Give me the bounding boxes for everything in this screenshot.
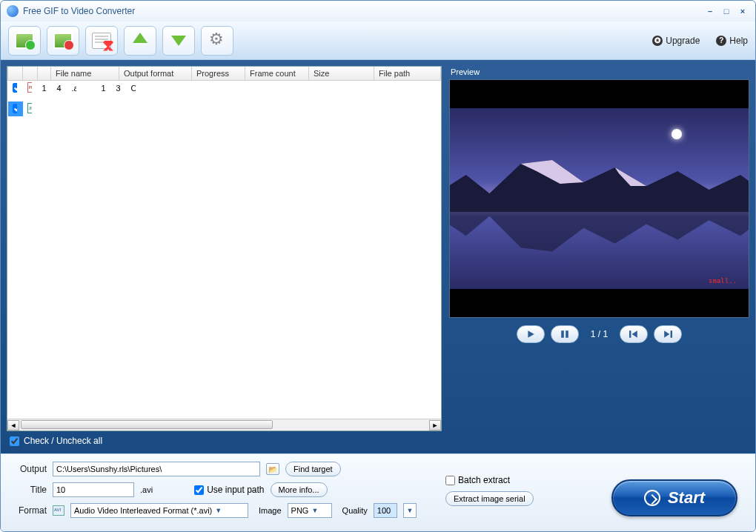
preview-title: Preview (449, 66, 749, 79)
cell-outputformat: .avi (67, 82, 76, 94)
scroll-right-arrow[interactable]: ► (429, 420, 441, 430)
help-link[interactable]: ?Help (716, 36, 748, 46)
preview-panel: Preview small.. 1 / 1 (449, 66, 749, 448)
output-label: Output (10, 464, 47, 474)
row-number: 2 (38, 103, 47, 115)
check-all[interactable]: Check / Uncheck all (7, 431, 442, 448)
title-input[interactable] (53, 482, 134, 497)
scroll-thumb[interactable] (21, 420, 273, 429)
col-framecount[interactable]: Frame count (245, 67, 309, 81)
quality-input[interactable] (374, 503, 397, 518)
svg-rect-2 (629, 330, 631, 338)
row-number: 1 (38, 82, 47, 94)
cell-filename: 46-1.png (53, 82, 62, 94)
image-format-value: PNG (291, 506, 309, 515)
title-ext: .avi (140, 485, 153, 494)
cell-framecount: 1 (97, 103, 106, 115)
bottom-panel: Output Find target Title .avi Use input … (1, 453, 755, 531)
file-table: File name Output format Progress Frame c… (7, 67, 441, 122)
toolbar: ✪Upgrade ?Help (1, 21, 755, 60)
move-down-button[interactable] (162, 26, 195, 56)
close-button[interactable]: × (736, 6, 749, 16)
svg-rect-3 (671, 330, 672, 338)
find-target-button[interactable]: Find target (285, 462, 341, 476)
file-type-icon (27, 103, 32, 113)
output-path-input[interactable] (53, 462, 260, 476)
title-bar: Free GIF to Video Converter – □ × (1, 1, 755, 21)
table-row[interactable]: 210.jpg.avi11920 x 1200C:\Users\S (8, 102, 23, 116)
svg-rect-0 (561, 330, 564, 338)
start-button[interactable]: Start (611, 479, 737, 516)
cell-filepath: C:\Users\S (127, 103, 136, 115)
scroll-track[interactable] (19, 420, 429, 430)
cell-framecount: 1 (97, 82, 106, 94)
row-checkbox[interactable] (13, 104, 17, 113)
play-button[interactable] (517, 325, 545, 343)
prev-frame-button[interactable] (620, 325, 648, 343)
format-value: Audio Video Interleaved Format (*.avi) (74, 506, 212, 515)
col-progress[interactable]: Progress (192, 67, 245, 81)
remove-icon (53, 33, 73, 49)
browse-output-button[interactable] (266, 463, 279, 475)
arrow-up-icon (130, 33, 150, 49)
cell-progress (82, 87, 91, 90)
cell-filepath: C:\Users\S (127, 82, 136, 94)
use-input-path[interactable]: Use input path (194, 485, 264, 495)
title-label: Title (10, 485, 47, 495)
col-size[interactable]: Size (309, 67, 374, 81)
batch-extract[interactable]: Batch extract (445, 475, 534, 485)
cell-outputformat: .avi (67, 103, 76, 115)
quality-label: Quality (342, 506, 368, 515)
help-icon: ? (716, 36, 726, 46)
file-list: File name Output format Progress Frame c… (7, 66, 442, 431)
settings-button[interactable] (201, 26, 233, 56)
cell-size: 32 x 32 (112, 82, 121, 94)
cell-size: 1920 x 1200 (112, 103, 121, 115)
move-up-button[interactable] (124, 26, 156, 56)
preview-box: small.. (449, 79, 749, 318)
maximize-button[interactable]: □ (720, 6, 733, 16)
table-row[interactable]: 146-1.png.avi132 x 32C:\Users\S (8, 81, 23, 96)
scroll-left-arrow[interactable]: ◄ (7, 420, 19, 430)
image-format-select[interactable]: PNG▼ (288, 503, 332, 518)
start-label: Start (668, 488, 705, 508)
minimize-button[interactable]: – (703, 6, 717, 16)
format-icon (53, 505, 64, 516)
file-type-icon (27, 82, 32, 93)
chevron-down-icon: ▼ (215, 507, 222, 514)
image-label: Image (259, 506, 282, 515)
clear-list-button[interactable] (85, 26, 118, 56)
pause-button[interactable] (551, 325, 579, 343)
arrow-down-icon (169, 33, 188, 49)
upgrade-icon: ✪ (652, 36, 663, 46)
cell-progress (82, 107, 91, 110)
batch-extract-label: Batch extract (458, 475, 510, 485)
file-panel: File name Output format Progress Frame c… (7, 66, 442, 448)
remove-file-button[interactable] (47, 26, 79, 56)
use-input-path-label: Use input path (207, 485, 264, 495)
cell-filename: 10.jpg (53, 103, 62, 115)
frame-counter: 1 / 1 (585, 329, 614, 339)
quality-dropdown[interactable]: ▼ (403, 503, 417, 518)
row-checkbox[interactable] (13, 83, 17, 93)
upgrade-link[interactable]: ✪Upgrade (652, 36, 700, 46)
horizontal-scrollbar[interactable]: ◄ ► (7, 419, 441, 430)
add-file-button[interactable] (8, 26, 41, 56)
col-filename[interactable]: File name (51, 67, 119, 81)
app-icon (7, 5, 19, 17)
use-input-path-checkbox[interactable] (194, 485, 204, 495)
col-filepath[interactable]: File path (374, 67, 441, 81)
batch-extract-checkbox[interactable] (445, 476, 455, 485)
help-label: Help (729, 36, 748, 46)
extract-image-serial-button[interactable]: Extract image serial (445, 491, 534, 506)
check-all-label: Check / Uncheck all (24, 436, 102, 446)
preview-image (450, 108, 749, 289)
next-frame-button[interactable] (654, 325, 682, 343)
play-controls: 1 / 1 (449, 318, 749, 346)
check-all-checkbox[interactable] (10, 436, 19, 446)
more-info-button[interactable]: More info... (271, 482, 328, 497)
gear-icon (208, 33, 227, 49)
col-outputformat[interactable]: Output format (119, 67, 192, 81)
upgrade-label: Upgrade (666, 36, 700, 46)
format-select[interactable]: Audio Video Interleaved Format (*.avi)▼ (70, 503, 248, 518)
